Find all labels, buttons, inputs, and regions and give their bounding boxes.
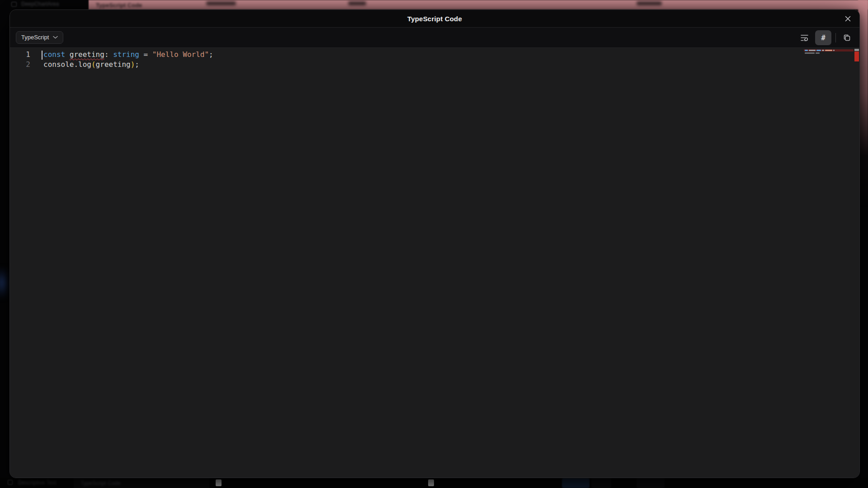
background-secondary-button bbox=[637, 478, 665, 488]
language-selector-label: TypeScript bbox=[21, 34, 49, 41]
code-editor[interactable]: 1const greeting: string = "Hello World";… bbox=[10, 48, 859, 478]
word-wrap-icon bbox=[800, 33, 809, 42]
line-numbers-icon: # bbox=[821, 33, 826, 42]
close-button[interactable] bbox=[841, 12, 854, 25]
dialog-toolbar: TypeScript # bbox=[10, 28, 859, 48]
background-app-icon bbox=[11, 2, 17, 7]
background-primary-button bbox=[562, 478, 590, 488]
background-blue-highlight bbox=[0, 268, 9, 297]
background-banner-smudge bbox=[637, 1, 662, 5]
code-line[interactable]: 1const greeting: string = "Hello World"; bbox=[10, 50, 859, 60]
toolbar-actions: # bbox=[797, 30, 854, 45]
code-text: const greeting: string = "Hello World"; bbox=[43, 50, 213, 60]
code-text: console.log(greeting); bbox=[43, 60, 139, 70]
code-dialog: TypeScript Code TypeScript bbox=[9, 9, 860, 478]
background-row-cell: TypeScript Code bbox=[74, 478, 209, 488]
background-pink-banner bbox=[89, 0, 868, 9]
background-banner-title: TypeScript Code bbox=[96, 2, 142, 9]
chevron-down-icon bbox=[53, 36, 58, 39]
minimap-line-error bbox=[804, 49, 854, 52]
language-selector[interactable]: TypeScript bbox=[16, 31, 63, 44]
background-row-cell-label: TypeScript Code bbox=[80, 480, 121, 486]
scrollbar-slider[interactable] bbox=[854, 49, 859, 51]
line-numbers-button[interactable]: # bbox=[815, 30, 831, 45]
background-banner-smudge bbox=[206, 1, 236, 5]
code-lines: 1const greeting: string = "Hello World";… bbox=[10, 48, 859, 70]
copy-icon bbox=[842, 33, 851, 42]
word-wrap-button[interactable] bbox=[797, 31, 811, 44]
background-row-name: Descriptive Text bbox=[18, 479, 56, 486]
background-table-row: Descriptive Text TypeScript Code bbox=[0, 478, 868, 488]
minimap-line bbox=[804, 52, 854, 54]
toolbar-divider bbox=[835, 33, 836, 42]
dialog-header: TypeScript Code bbox=[10, 10, 859, 28]
minimap bbox=[804, 49, 854, 55]
background-checkbox bbox=[428, 479, 434, 486]
dialog-title: TypeScript Code bbox=[407, 15, 462, 23]
code-line[interactable]: 2console.log(greeting); bbox=[10, 60, 859, 70]
line-number: 2 bbox=[10, 60, 30, 70]
background-secondary-button bbox=[591, 478, 611, 488]
background-banner-smudge bbox=[348, 1, 366, 5]
editor-scrollbar[interactable] bbox=[854, 48, 859, 478]
background-checkbox bbox=[216, 479, 222, 486]
scrollbar-error-marker bbox=[854, 52, 859, 61]
copy-code-button[interactable] bbox=[840, 31, 854, 44]
line-number: 1 bbox=[10, 50, 30, 60]
background-app-title: DeepChartArea bbox=[21, 1, 59, 7]
background-row-icon bbox=[8, 480, 13, 485]
text-cursor bbox=[42, 51, 42, 60]
close-icon bbox=[844, 15, 851, 22]
